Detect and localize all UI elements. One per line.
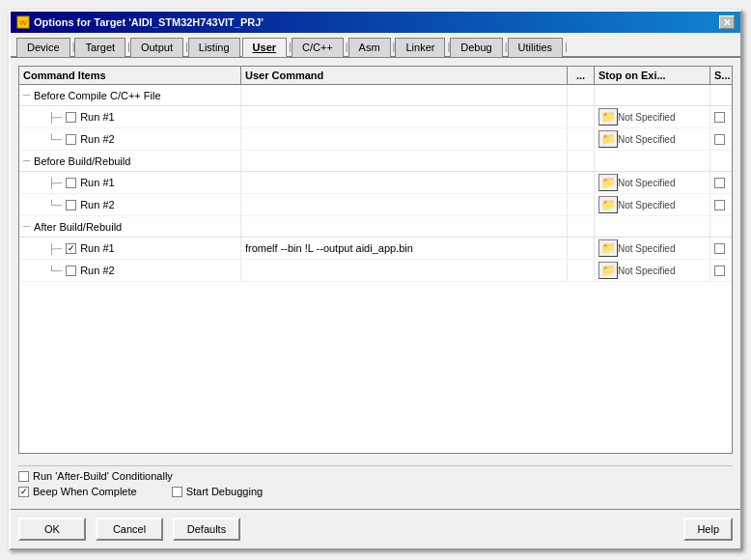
header-s: S...: [710, 67, 732, 84]
before-build-run1-checkbox[interactable]: [66, 178, 76, 188]
tab-utilities[interactable]: Utilities: [508, 38, 563, 57]
title-icon: W: [16, 15, 30, 29]
tree-connector-icon: ├─: [48, 112, 62, 123]
beep-when-complete-label: Beep When Complete: [33, 486, 137, 497]
tree-connector2-icon: └─: [48, 134, 62, 145]
tab-output[interactable]: Output: [130, 38, 183, 57]
tab-asm[interactable]: Asm: [348, 38, 391, 57]
run-after-build-checkbox[interactable]: [18, 471, 29, 482]
after-build-run2-not-specified: Not Specified: [618, 266, 675, 276]
before-compile-run2-stop-cell: 📁 Not Specified: [595, 128, 710, 150]
section-before-build-stop: [595, 151, 710, 171]
before-build-run2-command[interactable]: [241, 194, 568, 215]
before-build-run2-checkbox[interactable]: [66, 200, 76, 210]
tab-debug[interactable]: Debug: [450, 38, 502, 57]
minus-icon: ─: [23, 90, 30, 100]
section-before-compile-s: [710, 85, 732, 105]
before-build-run1-s-cell: [710, 172, 732, 193]
section-before-build-s: [710, 151, 732, 171]
before-compile-run1-command[interactable]: [241, 106, 568, 127]
ok-button[interactable]: OK: [18, 518, 86, 541]
after-build-run1-s-cell: [710, 238, 732, 259]
before-build-run1-browse-cell: [568, 172, 595, 193]
section-after-build-label: ─ After Build/Rebuild: [19, 216, 241, 237]
before-build-run2-folder-btn[interactable]: 📁: [598, 196, 618, 213]
after-build-run2-browse-cell: [568, 260, 595, 281]
tab-target[interactable]: Target: [74, 38, 125, 57]
tab-cpp[interactable]: C/C++: [292, 38, 344, 57]
before-compile-run2-checkbox[interactable]: [66, 134, 76, 145]
section-before-build-browse: [568, 151, 595, 171]
before-compile-run1-stop-checkbox[interactable]: [714, 112, 725, 123]
before-compile-run1-s-cell: [710, 106, 732, 127]
after-build-run1-folder-btn[interactable]: 📁: [598, 239, 618, 257]
after-build-run2-stop-cell: 📁 Not Specified: [595, 260, 710, 281]
before-build-run2-stop-checkbox[interactable]: [714, 200, 725, 210]
start-debugging-checkbox[interactable]: [172, 487, 182, 497]
button-bar-inner: OK Cancel Defaults Help: [18, 518, 733, 541]
after-build-run2-stop-checkbox[interactable]: [714, 266, 725, 276]
tree-connector6-icon: └─: [48, 266, 62, 276]
help-button[interactable]: Help: [683, 518, 733, 541]
section-before-build-cmd[interactable]: [241, 151, 568, 171]
after-build-run1-stop-checkbox[interactable]: [714, 243, 725, 254]
close-button[interactable]: ✕: [719, 15, 735, 29]
after-build-run2-command[interactable]: [241, 260, 568, 281]
before-build-run2-text: Run #2: [80, 199, 114, 210]
before-build-run1-folder-btn[interactable]: 📁: [598, 174, 618, 191]
defaults-button[interactable]: Defaults: [173, 518, 240, 541]
before-compile-run1-folder-btn[interactable]: 📁: [598, 108, 618, 126]
before-compile-run2-stop-checkbox[interactable]: [714, 134, 725, 145]
beep-when-complete-checkbox[interactable]: [18, 487, 29, 497]
section-after-build-stop: [595, 216, 710, 237]
tab-user[interactable]: User: [242, 38, 287, 57]
before-compile-run2-command[interactable]: [241, 128, 568, 150]
before-build-run1-command[interactable]: [241, 172, 568, 193]
section-before-compile: ─ Before Compile C/C++ File: [19, 85, 732, 106]
after-build-run1-checkbox[interactable]: [66, 243, 76, 254]
section-before-compile-cmd[interactable]: [241, 85, 568, 105]
table-header: Command Items User Command ... Stop on E…: [19, 67, 732, 85]
before-build-run1-label: ├─ Run #1: [19, 172, 241, 193]
before-compile-run2-folder-btn[interactable]: 📁: [598, 130, 618, 148]
section-before-compile-browse: [568, 85, 595, 105]
section-after-build-cmd[interactable]: [241, 216, 568, 237]
before-build-run2-stop-cell: 📁 Not Specified: [595, 194, 710, 215]
section-before-build-text: Before Build/Rebuild: [34, 155, 130, 167]
table-row: └─ Run #2 📁 Not Specified: [19, 194, 732, 216]
tree-connector4-icon: └─: [48, 200, 62, 210]
before-compile-run1-text: Run #1: [80, 111, 114, 123]
start-debugging-label: Start Debugging: [186, 486, 264, 497]
cancel-button[interactable]: Cancel: [96, 518, 163, 541]
section-before-build-label: ─ Before Build/Rebuild: [19, 151, 241, 171]
after-build-run2-checkbox[interactable]: [66, 266, 76, 276]
after-build-run1-browse-cell: [568, 238, 595, 259]
before-compile-run1-checkbox[interactable]: [66, 112, 76, 123]
tab-listing[interactable]: Listing: [188, 38, 240, 57]
header-stop-on-exit: Stop on Exi...: [595, 67, 710, 84]
before-compile-run1-stop-cell: 📁 Not Specified: [595, 106, 710, 127]
header-command-items: Command Items: [19, 67, 241, 84]
before-build-run1-stop-cell: 📁 Not Specified: [595, 172, 710, 193]
after-build-run1-command[interactable]: fromelf --bin !L --output aidi_app.bin: [241, 238, 568, 259]
after-build-run1-stop-cell: 📁 Not Specified: [595, 238, 710, 259]
table-row: └─ Run #2 📁 Not Specified: [19, 260, 732, 282]
dialog-title: Options for Target 'AIDI_STM32H743VIT_PR…: [34, 16, 264, 28]
command-table: Command Items User Command ... Stop on E…: [18, 66, 733, 454]
beep-option-row: Beep When Complete Start Debugging: [18, 486, 733, 497]
before-build-run1-stop-checkbox[interactable]: [714, 178, 725, 188]
after-build-run2-s-cell: [710, 260, 732, 281]
table-row: ├─ Run #1 📁 Not Specified: [19, 172, 732, 194]
tab-linker[interactable]: Linker: [395, 38, 445, 57]
title-bar-left: W Options for Target 'AIDI_STM32H743VIT_…: [16, 15, 264, 29]
after-build-run2-label: └─ Run #2: [19, 260, 241, 281]
dialog: W Options for Target 'AIDI_STM32H743VIT_…: [9, 10, 742, 550]
after-build-run1-not-specified: Not Specified: [618, 243, 675, 254]
minus3-icon: ─: [23, 221, 30, 232]
header-user-command: User Command: [241, 67, 568, 84]
tab-device[interactable]: Device: [16, 38, 70, 57]
before-build-run2-label: └─ Run #2: [19, 194, 241, 215]
title-bar: W Options for Target 'AIDI_STM32H743VIT_…: [11, 12, 740, 33]
after-build-run2-folder-btn[interactable]: 📁: [598, 262, 618, 279]
after-build-run1-text: Run #1: [80, 242, 114, 254]
